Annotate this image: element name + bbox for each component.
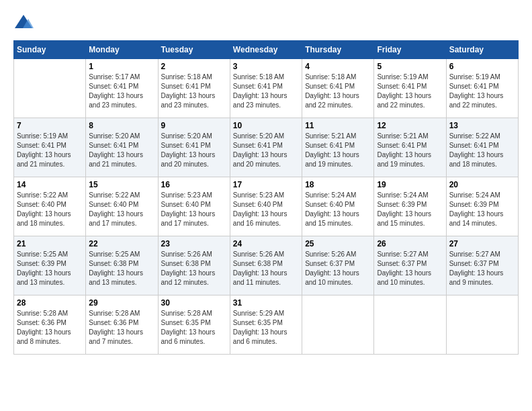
calendar-cell: 28Sunrise: 5:28 AM Sunset: 6:36 PM Dayli…: [14, 295, 86, 355]
day-number: 18: [305, 180, 371, 189]
calendar-cell: 27Sunrise: 5:27 AM Sunset: 6:37 PM Dayli…: [446, 236, 518, 295]
calendar-cell: 19Sunrise: 5:24 AM Sunset: 6:39 PM Dayli…: [374, 177, 446, 236]
day-number: 26: [377, 239, 443, 248]
day-info: Sunrise: 5:26 AM Sunset: 6:38 PM Dayligh…: [161, 250, 227, 287]
day-number: 24: [233, 239, 299, 248]
day-number: 12: [377, 121, 443, 130]
calendar-cell: 1Sunrise: 5:17 AM Sunset: 6:41 PM Daylig…: [86, 59, 158, 118]
day-number: 8: [89, 121, 154, 130]
day-number: 21: [17, 239, 83, 248]
calendar-cell: 25Sunrise: 5:26 AM Sunset: 6:37 PM Dayli…: [302, 236, 374, 295]
calendar: SundayMondayTuesdayWednesdayThursdayFrid…: [13, 40, 519, 355]
day-info: Sunrise: 5:19 AM Sunset: 6:41 PM Dayligh…: [449, 73, 515, 110]
calendar-cell: 2Sunrise: 5:18 AM Sunset: 6:41 PM Daylig…: [158, 59, 230, 118]
calendar-cell: 18Sunrise: 5:24 AM Sunset: 6:40 PM Dayli…: [302, 177, 374, 236]
calendar-week-5: 28Sunrise: 5:28 AM Sunset: 6:36 PM Dayli…: [14, 295, 519, 355]
calendar-week-1: 1Sunrise: 5:17 AM Sunset: 6:41 PM Daylig…: [14, 59, 519, 118]
col-header-saturday: Saturday: [446, 41, 518, 59]
calendar-week-3: 14Sunrise: 5:22 AM Sunset: 6:40 PM Dayli…: [14, 177, 519, 236]
calendar-cell: 22Sunrise: 5:25 AM Sunset: 6:38 PM Dayli…: [86, 236, 158, 295]
col-header-thursday: Thursday: [302, 41, 374, 59]
day-number: 17: [233, 180, 299, 189]
day-number: 14: [17, 180, 83, 189]
day-number: 6: [449, 62, 515, 71]
calendar-cell: 31Sunrise: 5:29 AM Sunset: 6:35 PM Dayli…: [230, 295, 302, 355]
calendar-cell: 23Sunrise: 5:26 AM Sunset: 6:38 PM Dayli…: [158, 236, 230, 295]
logo: [13, 13, 35, 34]
day-number: 19: [377, 180, 443, 189]
day-info: Sunrise: 5:18 AM Sunset: 6:41 PM Dayligh…: [233, 73, 299, 110]
calendar-cell: 13Sunrise: 5:22 AM Sunset: 6:41 PM Dayli…: [446, 118, 518, 177]
calendar-cell: 4Sunrise: 5:18 AM Sunset: 6:41 PM Daylig…: [302, 59, 374, 118]
calendar-cell: 9Sunrise: 5:20 AM Sunset: 6:41 PM Daylig…: [158, 118, 230, 177]
day-info: Sunrise: 5:24 AM Sunset: 6:39 PM Dayligh…: [377, 191, 443, 228]
day-number: 20: [449, 180, 515, 189]
calendar-cell: 10Sunrise: 5:20 AM Sunset: 6:41 PM Dayli…: [230, 118, 302, 177]
day-info: Sunrise: 5:23 AM Sunset: 6:40 PM Dayligh…: [161, 191, 227, 228]
day-number: 11: [305, 121, 371, 130]
col-header-tuesday: Tuesday: [158, 41, 230, 59]
day-info: Sunrise: 5:25 AM Sunset: 6:38 PM Dayligh…: [89, 250, 154, 287]
day-number: 9: [161, 121, 227, 130]
calendar-cell: 17Sunrise: 5:23 AM Sunset: 6:40 PM Dayli…: [230, 177, 302, 236]
day-info: Sunrise: 5:18 AM Sunset: 6:41 PM Dayligh…: [161, 73, 227, 110]
calendar-cell: 20Sunrise: 5:24 AM Sunset: 6:39 PM Dayli…: [446, 177, 518, 236]
calendar-cell: 11Sunrise: 5:21 AM Sunset: 6:41 PM Dayli…: [302, 118, 374, 177]
day-info: Sunrise: 5:22 AM Sunset: 6:40 PM Dayligh…: [89, 191, 154, 228]
calendar-cell: 15Sunrise: 5:22 AM Sunset: 6:40 PM Dayli…: [86, 177, 158, 236]
col-header-friday: Friday: [374, 41, 446, 59]
calendar-header-row: SundayMondayTuesdayWednesdayThursdayFrid…: [14, 41, 519, 59]
day-number: 2: [161, 62, 227, 71]
day-info: Sunrise: 5:24 AM Sunset: 6:39 PM Dayligh…: [449, 191, 515, 228]
calendar-cell: 26Sunrise: 5:27 AM Sunset: 6:37 PM Dayli…: [374, 236, 446, 295]
day-number: 27: [449, 239, 515, 248]
day-info: Sunrise: 5:25 AM Sunset: 6:39 PM Dayligh…: [17, 250, 83, 287]
day-info: Sunrise: 5:28 AM Sunset: 6:36 PM Dayligh…: [89, 309, 154, 347]
calendar-cell: 30Sunrise: 5:28 AM Sunset: 6:35 PM Dayli…: [158, 295, 230, 355]
calendar-cell: [302, 295, 374, 355]
calendar-cell: 5Sunrise: 5:19 AM Sunset: 6:41 PM Daylig…: [374, 59, 446, 118]
day-info: Sunrise: 5:27 AM Sunset: 6:37 PM Dayligh…: [377, 250, 443, 287]
day-number: 16: [161, 180, 227, 189]
day-number: 22: [89, 239, 154, 248]
day-number: 23: [161, 239, 227, 248]
day-info: Sunrise: 5:21 AM Sunset: 6:41 PM Dayligh…: [305, 132, 371, 169]
day-number: 4: [305, 62, 371, 71]
day-number: 10: [233, 121, 299, 130]
calendar-cell: 24Sunrise: 5:26 AM Sunset: 6:38 PM Dayli…: [230, 236, 302, 295]
col-header-wednesday: Wednesday: [230, 41, 302, 59]
calendar-cell: 8Sunrise: 5:20 AM Sunset: 6:41 PM Daylig…: [86, 118, 158, 177]
day-number: 13: [449, 121, 515, 130]
calendar-cell: [14, 59, 86, 118]
day-info: Sunrise: 5:19 AM Sunset: 6:41 PM Dayligh…: [377, 73, 443, 110]
calendar-cell: 29Sunrise: 5:28 AM Sunset: 6:36 PM Dayli…: [86, 295, 158, 355]
day-number: 25: [305, 239, 371, 248]
day-info: Sunrise: 5:28 AM Sunset: 6:35 PM Dayligh…: [161, 309, 227, 347]
day-info: Sunrise: 5:22 AM Sunset: 6:41 PM Dayligh…: [449, 132, 515, 169]
day-number: 3: [233, 62, 299, 71]
day-info: Sunrise: 5:24 AM Sunset: 6:40 PM Dayligh…: [305, 191, 371, 228]
calendar-cell: 21Sunrise: 5:25 AM Sunset: 6:39 PM Dayli…: [14, 236, 86, 295]
calendar-cell: [374, 295, 446, 355]
day-number: 28: [17, 298, 83, 308]
calendar-cell: [446, 295, 518, 355]
day-number: 7: [17, 121, 83, 130]
day-info: Sunrise: 5:20 AM Sunset: 6:41 PM Dayligh…: [89, 132, 154, 169]
calendar-cell: 12Sunrise: 5:21 AM Sunset: 6:41 PM Dayli…: [374, 118, 446, 177]
day-number: 29: [89, 298, 154, 308]
day-info: Sunrise: 5:20 AM Sunset: 6:41 PM Dayligh…: [233, 132, 299, 169]
day-info: Sunrise: 5:20 AM Sunset: 6:41 PM Dayligh…: [161, 132, 227, 169]
day-info: Sunrise: 5:26 AM Sunset: 6:37 PM Dayligh…: [305, 250, 371, 287]
day-info: Sunrise: 5:26 AM Sunset: 6:38 PM Dayligh…: [233, 250, 299, 287]
calendar-cell: 7Sunrise: 5:19 AM Sunset: 6:41 PM Daylig…: [14, 118, 86, 177]
day-number: 31: [233, 298, 299, 308]
day-info: Sunrise: 5:22 AM Sunset: 6:40 PM Dayligh…: [17, 191, 83, 228]
day-info: Sunrise: 5:28 AM Sunset: 6:36 PM Dayligh…: [17, 309, 83, 347]
calendar-cell: 3Sunrise: 5:18 AM Sunset: 6:41 PM Daylig…: [230, 59, 302, 118]
page-header: [13, 13, 519, 34]
day-number: 1: [89, 62, 154, 71]
calendar-cell: 14Sunrise: 5:22 AM Sunset: 6:40 PM Dayli…: [14, 177, 86, 236]
day-number: 15: [89, 180, 154, 189]
calendar-week-4: 21Sunrise: 5:25 AM Sunset: 6:39 PM Dayli…: [14, 236, 519, 295]
calendar-week-2: 7Sunrise: 5:19 AM Sunset: 6:41 PM Daylig…: [14, 118, 519, 177]
